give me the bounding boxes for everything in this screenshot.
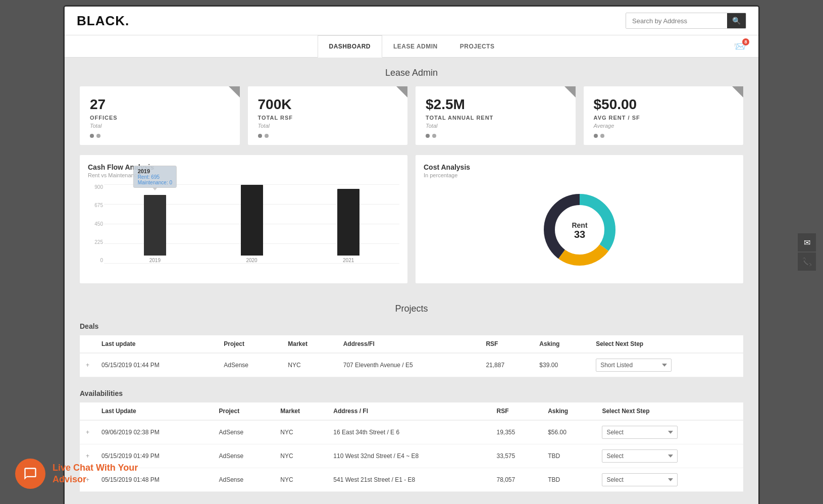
deal-select-cell[interactable]: Short Listed Select [590,353,743,377]
deal-select-dropdown[interactable]: Short Listed Select [596,359,672,372]
avail-select-dropdown-3[interactable]: Select [602,473,678,486]
search-input[interactable] [626,14,727,28]
tab-projects[interactable]: PROJECTS [449,36,506,57]
y-label: 450 [88,221,103,227]
search-bar[interactable]: 🔍 [626,13,746,29]
stat-dots-offices [90,134,230,138]
avail-rsf: 19,355 [490,420,542,444]
stat-cards: 27 OFFICES Total 700K TOTAL RSF Total [80,86,743,145]
table-row: + 05/15/2019 01:49 PM AdSense NYC 110 We… [80,444,743,468]
th-project: Project [218,335,282,353]
dot [426,134,430,138]
donut-wrapper: Rent 33 [424,184,735,275]
deals-label: Deals [80,322,743,330]
header: BLACK. 🔍 [65,7,758,35]
cost-analysis-title: Cost Analysis [424,163,735,171]
chat-icon[interactable] [15,459,45,489]
avail-select-cell-1[interactable]: Select [596,420,743,444]
navigation: DASHBOARD LEASE ADMIN PROJECTS 📨 8 [65,35,758,58]
avail-market-2: NYC [274,444,327,468]
chat-line2: Advisor [53,474,86,484]
stat-card-rent: $2.5M TOTAL ANNUAL RENT Total [416,86,576,145]
th-select: Select Next Step [596,402,743,420]
avail-asking-2: TBD [542,444,596,468]
avail-address-2: 110 West 32nd Street / E4 ~ E8 [327,444,490,468]
side-email-button[interactable]: ✉ [798,233,816,251]
deal-rsf: 21,887 [480,353,533,377]
y-label: 675 [88,203,103,208]
avail-address: 16 East 34th Street / E 6 [327,420,490,444]
stat-value-rent: $2.5M [426,96,565,113]
tab-lease-admin[interactable]: LEASE ADMIN [382,36,449,57]
th-asking: Asking [533,335,590,353]
table-row: + 09/06/2019 02:38 PM AdSense NYC 16 Eas… [80,420,743,444]
th-asking: Asking [542,402,596,420]
bar-label-2019: 2019 [149,258,161,263]
avail-rsf-2: 33,575 [490,444,542,468]
avail-last-update: 09/06/2019 02:38 PM [95,420,213,444]
availabilities-table: Last Update Project Market Address / Fl … [80,402,743,492]
live-chat[interactable]: Live Chat With Your Advisor [15,459,138,489]
tooltip-2019: 2019 Rent: 695 Maintenance: 0 [133,166,177,188]
deals-header-row: Last update Project Market Address/Fl RS… [80,335,743,353]
stat-sublabel-avg-rent: Average [594,123,734,129]
chat-line1: Live Chat With Your [53,463,138,473]
th-plus [80,335,95,353]
avail-header-row: Last Update Project Market Address / Fl … [80,402,743,420]
bell-icon: 📨 8 [734,40,746,53]
notification-badge: 8 [742,38,749,45]
avail-market: NYC [274,420,327,444]
th-address: Address/Fl [337,335,480,353]
bar-2019 [144,195,166,256]
nav-tabs: DASHBOARD LEASE ADMIN PROJECTS [77,35,746,57]
avail-market-3: NYC [274,468,327,492]
dot [594,134,598,138]
svg-text:33: 33 [574,229,585,240]
stat-sublabel-rent: Total [426,123,565,129]
bar-2020 [241,185,263,256]
bar-wrapper-2019: 2019 Rent: 695 Maintenance: 0 [144,195,166,256]
avail-select-cell-2[interactable]: Select [596,444,743,468]
row-plus: + [80,353,95,377]
th-market: Market [274,402,327,420]
deal-asking: $39.00 [533,353,590,377]
cost-analysis-chart: Cost Analysis In percentage Rent 33 [416,155,743,283]
search-button[interactable]: 🔍 [727,13,746,28]
bar-chart-area: 900 675 450 225 0 [88,184,399,275]
th-market: Market [282,335,337,353]
avail-project-3: AdSense [213,468,275,492]
avail-select-dropdown-1[interactable]: Select [602,426,678,439]
notification-bell[interactable]: 📨 8 [734,40,746,53]
projects-section: Projects Deals Last update Project Marke… [65,293,758,504]
stat-label-avg-rent: AVG RENT / SF [594,115,734,121]
deal-market: NYC [282,353,337,377]
tab-dashboard[interactable]: DASHBOARD [318,35,383,58]
deal-project: AdSense [218,353,282,377]
avail-select-cell-3[interactable]: Select [596,468,743,492]
cash-flow-chart: Cash Flow Analysis Rent vs Maintenance 9… [80,155,407,283]
stat-card-avg-rent: $50.00 AVG RENT / SF Average [584,86,744,145]
avail-asking: $56.00 [542,420,596,444]
bars: 2019 Rent: 695 Maintenance: 0 2019 [104,184,399,263]
dot [258,134,262,138]
deal-last-update: 05/15/2019 01:44 PM [95,353,218,377]
side-phone-button[interactable]: 📞 [798,253,816,271]
main-content: Lease Admin 27 OFFICES Total 700K TOTAL … [65,58,758,293]
screen-wrapper: BLACK. 🔍 DASHBOARD LEASE ADMIN PROJECTS … [63,5,760,504]
donut-chart: Rent 33 [539,189,620,270]
bar-label-2020: 2020 [246,258,257,263]
stat-card-rsf: 700K TOTAL RSF Total [248,86,408,145]
avail-asking-3: TBD [542,468,596,492]
stat-label-rent: TOTAL ANNUAL RENT [426,115,565,121]
dot [90,134,94,138]
avail-select-dropdown-2[interactable]: Select [602,449,678,463]
y-label: 0 [88,258,103,263]
bar-label-2021: 2021 [343,258,354,263]
dot [432,134,436,138]
y-label: 900 [88,184,103,190]
stat-dots-rsf [258,134,398,138]
logo: BLACK. [77,13,129,29]
cost-analysis-subtitle: In percentage [424,172,735,178]
right-side-icons: ✉ 📞 [798,233,816,271]
bar-group-2019: 2019 Rent: 695 Maintenance: 0 2019 [114,195,196,263]
